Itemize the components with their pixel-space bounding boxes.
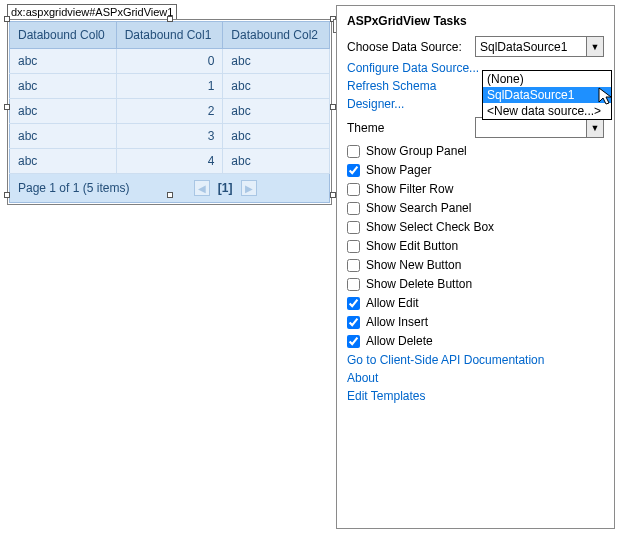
resize-handle[interactable] — [167, 16, 173, 22]
task-checkbox-row: Show Select Check Box — [347, 220, 604, 234]
task-checkbox[interactable] — [347, 278, 360, 291]
task-checkbox[interactable] — [347, 297, 360, 310]
task-checkbox[interactable] — [347, 202, 360, 215]
table-cell: abc — [223, 74, 330, 99]
table-cell: abc — [10, 99, 117, 124]
theme-combo[interactable]: ▼ — [475, 117, 604, 138]
datasource-combo[interactable]: SqlDataSource1 ▼ — [475, 36, 604, 57]
task-checkbox-row: Show Pager — [347, 163, 604, 177]
table-cell: abc — [223, 124, 330, 149]
table-row[interactable]: abc1abc — [10, 74, 330, 99]
designer-tag-label: dx:aspxgridview#ASPxGridView1 — [7, 4, 177, 20]
resize-handle[interactable] — [4, 104, 10, 110]
table-cell: 1 — [116, 74, 223, 99]
task-checkbox-label: Allow Insert — [366, 315, 428, 329]
task-checkbox-label: Show Select Check Box — [366, 220, 494, 234]
table-cell: abc — [10, 124, 117, 149]
grid-selection-frame: Databound Col0Databound Col1Databound Co… — [7, 19, 332, 205]
task-checkbox-row: Show Search Panel — [347, 201, 604, 215]
task-checkbox[interactable] — [347, 164, 360, 177]
pager-info: Page 1 of 1 (5 items) — [18, 181, 129, 195]
table-cell: abc — [223, 99, 330, 124]
table-cell: 4 — [116, 149, 223, 174]
task-checkbox[interactable] — [347, 183, 360, 196]
dropdown-option[interactable]: (None) — [483, 71, 611, 87]
task-checkbox-row: Allow Edit — [347, 296, 604, 310]
task-checkbox-row: Show Group Panel — [347, 144, 604, 158]
grid-column-header[interactable]: Databound Col1 — [116, 22, 223, 49]
datasource-dropdown-list[interactable]: (None)SqlDataSource1<New data source...> — [482, 70, 612, 120]
task-checkbox[interactable] — [347, 221, 360, 234]
table-cell: abc — [223, 49, 330, 74]
table-cell: 2 — [116, 99, 223, 124]
tasks-panel-title: ASPxGridView Tasks — [347, 14, 604, 28]
pager-prev-button[interactable]: ◀ — [194, 180, 210, 196]
task-footer-link[interactable]: Go to Client-Side API Documentation — [347, 353, 604, 367]
table-row[interactable]: abc3abc — [10, 124, 330, 149]
task-footer-link[interactable]: About — [347, 371, 604, 385]
pager-current-page: [1] — [214, 181, 237, 195]
dropdown-option[interactable]: SqlDataSource1 — [483, 87, 611, 103]
task-checkbox-label: Show Filter Row — [366, 182, 453, 196]
task-checkbox[interactable] — [347, 145, 360, 158]
table-row[interactable]: abc4abc — [10, 149, 330, 174]
table-cell: 0 — [116, 49, 223, 74]
task-footer-link[interactable]: Edit Templates — [347, 389, 604, 403]
resize-handle[interactable] — [4, 16, 10, 22]
chevron-down-icon[interactable]: ▼ — [586, 118, 603, 137]
table-cell: abc — [223, 149, 330, 174]
task-checkbox[interactable] — [347, 240, 360, 253]
task-checkbox-row: Allow Insert — [347, 315, 604, 329]
task-checkbox-label: Show Delete Button — [366, 277, 472, 291]
table-row[interactable]: abc0abc — [10, 49, 330, 74]
task-checkbox-row: Show Filter Row — [347, 182, 604, 196]
table-cell: abc — [10, 149, 117, 174]
dropdown-option[interactable]: <New data source...> — [483, 103, 611, 119]
task-checkbox[interactable] — [347, 335, 360, 348]
task-checkbox[interactable] — [347, 259, 360, 272]
theme-label: Theme — [347, 121, 475, 135]
task-checkbox-row: Show New Button — [347, 258, 604, 272]
task-checkbox-label: Show Edit Button — [366, 239, 458, 253]
datasource-label: Choose Data Source: — [347, 40, 475, 54]
resize-handle[interactable] — [4, 192, 10, 198]
task-checkbox-label: Show Group Panel — [366, 144, 467, 158]
gridview-table: Databound Col0Databound Col1Databound Co… — [9, 21, 330, 174]
task-checkbox-row: Show Edit Button — [347, 239, 604, 253]
chevron-down-icon[interactable]: ▼ — [586, 37, 603, 56]
resize-handle[interactable] — [167, 192, 173, 198]
task-checkbox-label: Allow Delete — [366, 334, 433, 348]
grid-column-header[interactable]: Databound Col0 — [10, 22, 117, 49]
grid-column-header[interactable]: Databound Col2 — [223, 22, 330, 49]
table-cell: abc — [10, 74, 117, 99]
table-cell: 3 — [116, 124, 223, 149]
task-checkbox-label: Show Pager — [366, 163, 431, 177]
table-cell: abc — [10, 49, 117, 74]
table-row[interactable]: abc2abc — [10, 99, 330, 124]
task-checkbox-row: Show Delete Button — [347, 277, 604, 291]
task-checkbox-label: Allow Edit — [366, 296, 419, 310]
grid-pager: Page 1 of 1 (5 items) ◀ [1] ▶ — [9, 174, 330, 203]
pager-next-button[interactable]: ▶ — [241, 180, 257, 196]
datasource-combo-value: SqlDataSource1 — [480, 40, 567, 54]
task-checkbox-row: Allow Delete — [347, 334, 604, 348]
task-checkbox-label: Show New Button — [366, 258, 461, 272]
task-checkbox[interactable] — [347, 316, 360, 329]
task-checkbox-label: Show Search Panel — [366, 201, 471, 215]
